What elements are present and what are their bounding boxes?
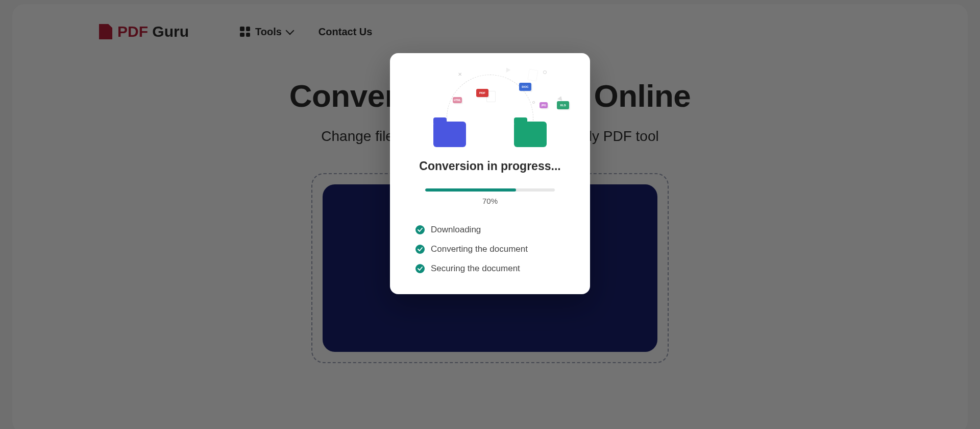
- pdf-badge: PDF: [476, 89, 488, 97]
- html-badge: HTML: [453, 97, 462, 103]
- steps-list: Downloading Converting the document Secu…: [408, 225, 572, 274]
- doc-badge: DOC: [519, 83, 531, 91]
- xls-badge: XLS: [557, 101, 569, 109]
- step-label: Securing the document: [431, 264, 520, 274]
- source-folder-icon: [433, 122, 466, 147]
- check-icon: [415, 264, 425, 273]
- circle-icon: [532, 101, 535, 104]
- step-label: Downloading: [431, 225, 481, 235]
- x-icon: ✕: [458, 72, 462, 77]
- step-item: Downloading: [415, 225, 565, 235]
- circle-icon: [543, 70, 547, 74]
- jpg-badge: JPG: [540, 102, 548, 108]
- step-label: Converting the document: [431, 244, 528, 254]
- modal-title: Conversion in progress...: [408, 159, 572, 173]
- modal-overlay: ✕ ✕ HTML PDF DOC JPG XLS Conversion in p…: [0, 0, 980, 429]
- progress-bar: [425, 188, 555, 192]
- conversion-illustration: ✕ ✕ HTML PDF DOC JPG XLS: [415, 67, 565, 147]
- triangle-icon: [557, 96, 564, 101]
- check-icon: [415, 225, 425, 234]
- page-icon: [527, 69, 538, 82]
- progress-fill: [425, 188, 516, 192]
- conversion-modal: ✕ ✕ HTML PDF DOC JPG XLS Conversion in p…: [390, 53, 590, 294]
- progress-percent-label: 70%: [408, 197, 572, 205]
- target-folder-icon: [514, 122, 547, 147]
- triangle-icon: [504, 66, 511, 73]
- step-item: Converting the document: [415, 244, 565, 254]
- step-item: Securing the document: [415, 264, 565, 274]
- check-icon: [415, 245, 425, 254]
